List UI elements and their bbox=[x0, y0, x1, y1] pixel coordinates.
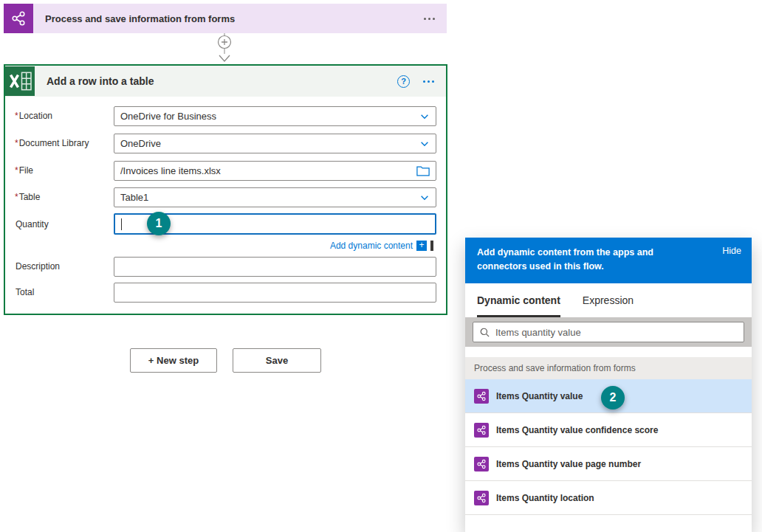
new-step-button[interactable]: + New step bbox=[130, 348, 217, 373]
total-label: Total bbox=[15, 287, 34, 297]
text-caret bbox=[121, 218, 122, 230]
action-card-title: Add a row into a table bbox=[47, 75, 154, 87]
flow-designer-canvas: Process and save information from forms … bbox=[0, 0, 762, 532]
trigger-ellipsis-icon[interactable] bbox=[424, 18, 435, 20]
document-library-dropdown[interactable]: OneDrive bbox=[114, 134, 436, 153]
trigger-card[interactable]: Process and save information from forms bbox=[4, 4, 447, 33]
panel-header: Add dynamic content from the apps and co… bbox=[465, 238, 752, 283]
file-label: *File bbox=[15, 165, 33, 176]
quantity-label: Quantity bbox=[15, 219, 49, 229]
chevron-down-icon bbox=[419, 193, 430, 203]
add-dynamic-content-link[interactable]: Add dynamic content + bbox=[330, 241, 433, 251]
table-label: *Table bbox=[15, 192, 40, 202]
description-label: Description bbox=[15, 261, 60, 272]
ai-builder-icon bbox=[474, 491, 489, 505]
chevron-down-icon bbox=[419, 139, 430, 149]
hide-panel-link[interactable]: Hide bbox=[722, 246, 741, 283]
dynamic-content-item[interactable]: Items Quantity value page number bbox=[465, 447, 752, 481]
chevron-down-icon bbox=[419, 111, 430, 122]
action-card-header[interactable]: Add a row into a table ? bbox=[5, 66, 446, 97]
excel-icon bbox=[5, 66, 35, 96]
dynamic-content-group-header: Process and save information from forms bbox=[465, 357, 752, 379]
table-dropdown[interactable]: Table1 bbox=[114, 187, 436, 207]
folder-icon bbox=[416, 165, 430, 176]
ai-builder-icon bbox=[4, 4, 33, 33]
search-band bbox=[465, 317, 752, 347]
location-label: *Location bbox=[15, 111, 52, 121]
card-ellipsis-icon[interactable] bbox=[423, 80, 434, 83]
ai-builder-icon bbox=[474, 389, 489, 404]
document-library-label: *Document Library bbox=[15, 138, 89, 148]
dynamic-content-panel: Add dynamic content from the apps and co… bbox=[465, 238, 752, 532]
tab-expression[interactable]: Expression bbox=[583, 283, 634, 317]
panel-tabs: Dynamic content Expression bbox=[465, 283, 752, 317]
action-card-add-row: Add a row into a table ? *Location OneDr… bbox=[4, 64, 447, 315]
dynamic-content-item[interactable]: Items Quantity value confidence score bbox=[465, 413, 752, 447]
ai-builder-icon bbox=[474, 457, 489, 471]
file-picker[interactable]: /Invoices line items.xlsx bbox=[114, 161, 436, 181]
location-dropdown[interactable]: OneDrive for Business bbox=[114, 106, 436, 126]
search-input[interactable] bbox=[495, 327, 738, 338]
total-input[interactable] bbox=[114, 283, 436, 303]
annotation-step-1: 1 bbox=[147, 212, 171, 235]
search-icon bbox=[479, 327, 490, 338]
search-box[interactable] bbox=[473, 322, 744, 342]
insert-step-connector[interactable] bbox=[213, 33, 236, 67]
annotation-step-2: 2 bbox=[601, 386, 625, 410]
trigger-title: Process and save information from forms bbox=[45, 13, 235, 24]
tab-dynamic-content[interactable]: Dynamic content bbox=[477, 283, 560, 317]
panel-header-message: Add dynamic content from the apps and co… bbox=[477, 246, 698, 283]
add-dynamic-content-bar-icon bbox=[430, 241, 433, 251]
save-button[interactable]: Save bbox=[233, 348, 321, 373]
dynamic-content-item[interactable]: Items Quantity location bbox=[465, 481, 752, 515]
description-input[interactable] bbox=[114, 257, 436, 277]
add-dynamic-content-plus-icon[interactable]: + bbox=[416, 241, 427, 251]
ai-builder-icon bbox=[474, 423, 489, 438]
help-icon[interactable]: ? bbox=[397, 75, 410, 88]
